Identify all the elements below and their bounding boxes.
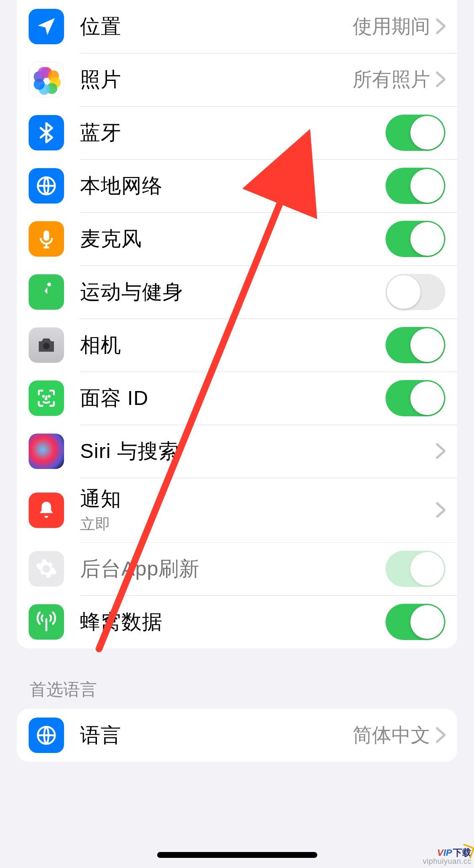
row-label: 位置 (80, 13, 121, 40)
row-value: 简体中文 (353, 722, 430, 748)
globe-icon (29, 168, 64, 204)
row-label: 运动与健身 (80, 279, 183, 305)
row-fitness[interactable]: 运动与健身 (17, 265, 457, 319)
svg-point-5 (49, 396, 50, 396)
toggle-faceid[interactable] (386, 380, 445, 416)
row-value: 所有照片 (353, 67, 430, 93)
chevron-right-icon (436, 502, 445, 518)
svg-point-2 (47, 283, 51, 287)
watermark: VIP下载 viphuiyuan.cc (423, 848, 471, 865)
chevron-right-icon (436, 443, 445, 459)
toggle-bluetooth[interactable] (386, 115, 445, 151)
chevron-right-icon (436, 727, 445, 743)
row-label: Siri 与搜索 (80, 438, 179, 465)
row-label: 相机 (80, 332, 121, 359)
toggle-fitness[interactable] (386, 274, 445, 310)
row-label: 本地网络 (80, 172, 163, 199)
row-sublabel: 立即 (80, 514, 121, 535)
toggle-microphone[interactable] (386, 221, 445, 257)
row-background-refresh[interactable]: 后台App刷新 (17, 542, 457, 595)
svg-point-4 (43, 396, 44, 396)
row-language[interactable]: 语言 简体中文 (17, 709, 457, 762)
photos-icon (29, 62, 64, 97)
globe-icon (29, 718, 64, 753)
toggle-camera[interactable] (386, 327, 445, 363)
siri-icon (29, 434, 64, 469)
running-icon (29, 274, 64, 310)
row-bluetooth[interactable]: 蓝牙 (17, 106, 457, 159)
row-location[interactable]: 位置 使用期间 (17, 0, 457, 53)
row-cellular[interactable]: 蜂窝数据 (17, 595, 457, 648)
row-label: 蓝牙 (80, 119, 121, 146)
row-label: 照片 (80, 66, 121, 93)
row-label: 后台App刷新 (80, 555, 200, 582)
row-label: 蜂窝数据 (80, 608, 163, 635)
camera-icon (29, 327, 64, 363)
microphone-icon (29, 221, 64, 257)
chevron-right-icon (436, 19, 445, 35)
row-siri-search[interactable]: Siri 与搜索 (17, 425, 457, 478)
row-label: 麦克风 (80, 225, 142, 252)
settings-group-permissions: 位置 使用期间 照片 所有照片 蓝牙 (17, 0, 457, 648)
toggle-local-network[interactable] (386, 168, 445, 204)
toggle-background-refresh[interactable] (386, 551, 445, 587)
gear-icon (29, 551, 64, 587)
bell-icon (29, 493, 64, 528)
row-faceid[interactable]: 面容 ID (17, 372, 457, 425)
faceid-icon (29, 380, 64, 416)
svg-point-3 (43, 343, 50, 349)
svg-rect-1 (43, 230, 49, 241)
bluetooth-icon (29, 115, 64, 150)
row-photos[interactable]: 照片 所有照片 (17, 53, 457, 106)
antenna-icon (29, 604, 64, 640)
home-indicator (157, 852, 317, 858)
row-value: 使用期间 (353, 13, 430, 40)
section-header-language: 首选语言 (29, 678, 445, 701)
settings-group-language: 语言 简体中文 (17, 709, 457, 762)
row-local-network[interactable]: 本地网络 (17, 159, 457, 212)
chevron-right-icon (436, 72, 445, 88)
row-label: 面容 ID (80, 385, 148, 412)
row-microphone[interactable]: 麦克风 (17, 212, 457, 265)
row-notifications[interactable]: 通知 立即 (17, 478, 457, 542)
row-label: 通知 (80, 485, 121, 512)
row-label: 语言 (80, 722, 121, 749)
row-camera[interactable]: 相机 (17, 319, 457, 372)
toggle-cellular[interactable] (386, 604, 445, 640)
location-arrow-icon (29, 9, 64, 44)
